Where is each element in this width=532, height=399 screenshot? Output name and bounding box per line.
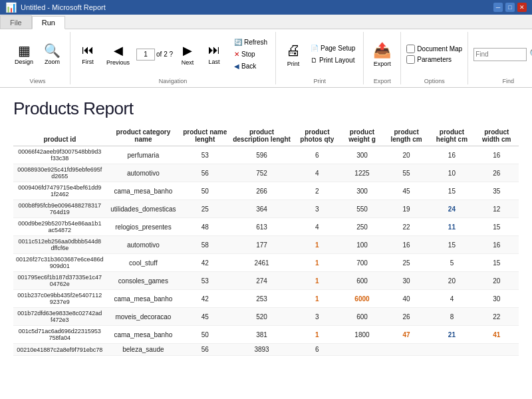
table-cell-category: perfumaria xyxy=(106,146,181,164)
table-cell-category: cama_mesa_banho xyxy=(106,326,181,344)
refresh-icon: 🔄 xyxy=(234,39,242,46)
table-cell-widthCm: 15 xyxy=(475,254,519,272)
table-cell-nameLen: 56 xyxy=(180,344,229,356)
title-bar-controls[interactable]: ─ □ ✕ xyxy=(493,3,527,12)
report-table: product id product category name product… xyxy=(13,126,519,356)
next-button[interactable]: ▶ Next xyxy=(176,41,200,68)
table-row: 00210e41887c2a8ef9f791ebc78beleza_saude5… xyxy=(13,344,519,356)
table-row: 0009406fd7479715e4bef61dd9 1f2462cama_me… xyxy=(13,182,519,200)
previous-label: Previous xyxy=(106,59,130,66)
print-layout-button[interactable]: 🗋 Print Layout xyxy=(308,55,358,65)
table-cell-weightG: 250 xyxy=(340,218,384,236)
page-setup-button[interactable]: 📄 Page Setup xyxy=(308,43,358,53)
table-cell-descLen: 381 xyxy=(229,326,293,344)
table-cell-category: utilidades_domesticas xyxy=(106,200,181,218)
table-row: 0011c512eb256aa0dbbb544d8 dffcf6eautomot… xyxy=(13,236,519,254)
parameters-option[interactable]: Parameters xyxy=(406,55,462,64)
table-cell-lengthCm: 55 xyxy=(384,164,429,182)
last-button[interactable]: ⏭ Last xyxy=(202,41,226,67)
back-button[interactable]: ◀ Back xyxy=(231,61,270,71)
table-row: 00088930e925c41fd95ebfe695f d2655automot… xyxy=(13,164,519,182)
table-cell-category: beleza_saude xyxy=(106,344,181,356)
export-button[interactable]: 📤 Export xyxy=(369,40,395,69)
back-label: Back xyxy=(241,63,256,70)
table-cell-nameLen: 50 xyxy=(180,326,229,344)
table-cell-photosQty: 2 xyxy=(294,182,340,200)
table-cell-id: 001795ec6f1b187d37335e1c47 04762e xyxy=(13,272,106,290)
tab-run[interactable]: Run xyxy=(32,16,65,29)
minimize-button[interactable]: ─ xyxy=(493,3,503,12)
export-group-label: Export xyxy=(374,78,391,84)
first-icon: ⏮ xyxy=(82,43,94,57)
page-setup-icon: 📄 xyxy=(311,45,319,52)
find-content: 🔍 xyxy=(473,32,532,76)
table-cell-photosQty: 3 xyxy=(294,308,340,326)
print-icon: 🖨 xyxy=(286,42,301,59)
table-cell-widthCm: 12 xyxy=(475,200,519,218)
table-cell-nameLen: 45 xyxy=(180,308,229,326)
table-cell-photosQty: 6 xyxy=(294,146,340,164)
table-cell-heightCm: 15 xyxy=(429,182,474,200)
table-cell-weightG: 300 xyxy=(340,182,384,200)
table-cell-photosQty: 1 xyxy=(294,254,340,272)
ribbon-group-find: 🔍 Find xyxy=(468,32,532,84)
previous-button[interactable]: ◀ Previous xyxy=(102,41,134,68)
table-cell-heightCm: 24 xyxy=(429,200,474,218)
col-header-category: product category name xyxy=(106,126,181,146)
table-cell-heightCm: 16 xyxy=(429,146,474,164)
table-cell-heightCm: 20 xyxy=(429,272,474,290)
table-cell-weightG: 600 xyxy=(340,308,384,326)
table-cell-category: moveis_decoracao xyxy=(106,308,181,326)
zoom-button[interactable]: 🔍 Zoom xyxy=(40,42,65,67)
table-cell-heightCm: 21 xyxy=(429,326,474,344)
parameters-checkbox[interactable] xyxy=(406,55,415,64)
design-button[interactable]: ▦ Design xyxy=(11,42,37,67)
table-cell-heightCm: 8 xyxy=(429,308,474,326)
table-cell-descLen: 613 xyxy=(229,218,293,236)
table-cell-heightCm: 15 xyxy=(429,236,474,254)
export-content: 📤 Export xyxy=(369,32,395,76)
page-number-input[interactable] xyxy=(136,49,155,61)
table-cell-widthCm: 22 xyxy=(475,308,519,326)
col-header-desc-len: product description lenght xyxy=(229,126,293,146)
ribbon-group-views: ▦ Design 🔍 Zoom Views xyxy=(5,32,70,84)
tab-file[interactable]: File xyxy=(0,15,32,29)
col-header-name-len: product name lenght xyxy=(180,126,229,146)
table-cell-lengthCm: 19 xyxy=(384,200,429,218)
table-cell-id: 000b8f95fcb9e0096488278317 764d19 xyxy=(13,200,106,218)
stop-button[interactable]: ✕ Stop xyxy=(231,49,270,59)
refresh-button[interactable]: 🔄 Refresh xyxy=(231,37,270,47)
table-cell-category: automotivo xyxy=(106,236,181,254)
first-button[interactable]: ⏮ First xyxy=(76,41,100,67)
table-cell-lengthCm: 26 xyxy=(384,308,429,326)
find-input[interactable] xyxy=(473,48,527,61)
next-label: Next xyxy=(182,59,194,66)
table-cell-nameLen: 53 xyxy=(180,146,229,164)
document-map-checkbox[interactable] xyxy=(406,45,415,53)
print-content: 🖨 Print 📄 Page Setup 🗋 Print Layout xyxy=(281,32,358,76)
table-cell-weightG: 550 xyxy=(340,200,384,218)
table-cell-id: 00210e41887c2a8ef9f791ebc78 xyxy=(13,344,106,356)
title-bar: 📊 Untitled - Microsoft Report ─ □ ✕ xyxy=(0,0,532,15)
close-button[interactable]: ✕ xyxy=(517,3,527,12)
next-icon: ▶ xyxy=(183,43,192,58)
table-cell-widthCm: 26 xyxy=(475,164,519,182)
print-button[interactable]: 🖨 Print xyxy=(281,40,305,69)
table-cell-lengthCm xyxy=(384,344,429,356)
table-cell-nameLen: 42 xyxy=(180,290,229,308)
table-row: 001795ec6f1b187d37335e1c47 04762econsole… xyxy=(13,272,519,290)
find-icon[interactable]: 🔍 xyxy=(529,48,532,61)
table-cell-descLen: 253 xyxy=(229,290,293,308)
zoom-label: Zoom xyxy=(45,59,60,65)
find-group-label: Find xyxy=(502,78,514,84)
maximize-button[interactable]: □ xyxy=(505,3,515,12)
options-checkboxes: Document Map Parameters xyxy=(406,45,462,64)
table-cell-heightCm: 5 xyxy=(429,254,474,272)
table-cell-id: 0009406fd7479715e4bef61dd9 1f2462 xyxy=(13,182,106,200)
document-map-option[interactable]: Document Map xyxy=(406,45,462,53)
table-cell-id: 001b237c0e9bb435f2e5407112 9237e9 xyxy=(13,290,106,308)
table-cell-widthCm: 35 xyxy=(475,182,519,200)
table-cell-descLen: 2461 xyxy=(229,254,293,272)
back-icon: ◀ xyxy=(234,63,239,70)
col-header-height: product height cm xyxy=(429,126,474,146)
